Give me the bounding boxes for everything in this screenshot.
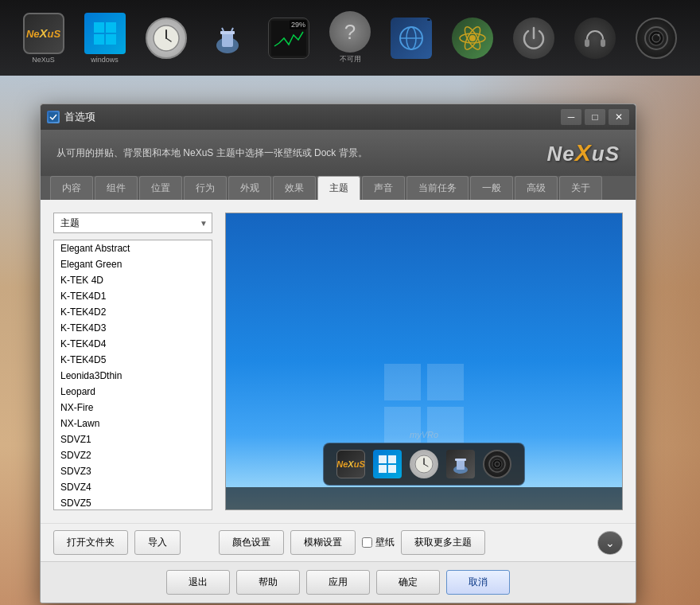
tab-appearance[interactable]: 外观 [228,176,271,200]
list-item[interactable]: SDVZ3 [54,463,212,479]
preferences-dialog: 首选项 ─ □ ✕ 从可用的拼贴、背景图和本地 NeXuS 主题中选择一张壁纸或… [40,103,636,603]
list-item[interactable]: Elegant Green [54,256,212,272]
nexus-logo: NeXuS [547,139,620,166]
minimize-button[interactable]: ─ [561,109,581,125]
dialog-tabs: 内容 组件 位置 行为 外观 效果 主题 声音 当前任务 一般 高级 关于 [41,176,636,200]
preview-taskbar [226,487,622,509]
tab-content[interactable]: 内容 [50,176,93,200]
svg-rect-32 [388,455,396,463]
svg-rect-40 [455,459,466,461]
dock-label-nexus: NeXuS [32,56,55,64]
maximize-button[interactable]: □ [585,109,605,125]
list-item[interactable]: NX-Lawn [54,416,212,431]
tab-position[interactable]: 位置 [139,176,182,200]
list-item[interactable]: K-TEK4D4 [54,336,212,352]
svg-rect-20 [585,39,589,47]
svg-rect-26 [49,112,58,122]
cancel-button[interactable]: 取消 [446,570,510,595]
theme-dropdown[interactable]: 主题 [53,213,212,233]
list-item[interactable]: NX-Fire [54,400,212,416]
nexus-dock-icon: NeXuS [23,13,64,54]
preview-dock-clock [410,450,438,478]
tab-behavior[interactable]: 行为 [184,176,227,200]
apply-button[interactable]: 应用 [306,570,370,595]
cpu-monitor-icon: 29% [268,18,309,59]
svg-rect-34 [388,465,396,473]
list-item[interactable]: Leonida3Dthin [54,368,212,384]
list-item[interactable]: SDVZ5 [54,495,212,510]
ok-button[interactable]: 确定 [376,570,440,595]
svg-rect-3 [106,34,116,45]
svg-rect-28 [427,364,464,400]
blur-settings-button[interactable]: 模糊设置 [290,530,356,555]
dock-item-nexus[interactable]: NeXuS NeXuS [16,10,71,66]
tab-advanced[interactable]: 高级 [515,176,558,200]
list-item[interactable]: Elegant Abstract [54,240,212,256]
preview-nexus-watermark: myVRo [410,430,438,439]
svg-rect-2 [94,34,104,45]
dock-item-question[interactable]: ? 不可用 [322,10,377,66]
tab-component[interactable]: 组件 [95,176,138,200]
svg-line-11 [231,28,233,31]
list-item[interactable]: K-TEK4D5 [54,352,212,368]
help-button[interactable]: 帮助 [236,570,300,595]
dock-item-recycle[interactable] [200,10,255,66]
dock-item-headphone[interactable] [568,10,623,66]
open-folder-button[interactable]: 打开文件夹 [53,530,128,555]
theme-left-panel: 主题 ▼ Elegant Abstract Elegant Green K-TE… [53,213,212,510]
svg-rect-33 [379,465,387,473]
wallpaper-label[interactable]: 壁纸 [375,536,395,549]
svg-rect-8 [222,33,233,47]
wallpaper-checkbox-wrapper: 壁纸 [362,536,395,549]
dock-label-windows: windows [91,56,119,64]
more-options-button[interactable]: ⌄ [597,531,623,555]
wallpaper-checkbox[interactable] [362,537,372,548]
tab-current-task[interactable]: 当前任务 [406,176,469,200]
theme-list[interactable]: Elegant Abstract Elegant Green K-TEK 4D … [53,240,212,510]
dock-item-network[interactable] [384,10,439,66]
list-item[interactable]: SDVZ1 [54,431,212,447]
list-item[interactable]: K-TEK4D1 [54,288,212,304]
dialog-body: 主题 ▼ Elegant Abstract Elegant Green K-TE… [41,200,636,523]
list-item[interactable]: K-TEK 4D [54,272,212,288]
tab-theme[interactable]: 主题 [317,176,360,200]
svg-rect-31 [379,455,387,463]
theme-preview-panel: ⊞ Winstep Software Technologies [225,213,623,510]
dock-item-atom[interactable] [445,10,500,66]
list-item[interactable]: SDVZ2 [54,447,212,463]
dialog-controls: ─ □ ✕ [561,109,629,125]
color-settings-button[interactable]: 颜色设置 [219,530,284,555]
svg-rect-9 [220,31,235,34]
tab-general[interactable]: 一般 [470,176,513,200]
recycle-icon [207,18,248,59]
svg-point-16 [469,35,476,41]
clock-icon [146,18,187,59]
get-more-themes-button[interactable]: 获取更多主题 [401,530,485,555]
theme-preview-area: ⊞ Winstep Software Technologies [225,213,623,510]
close-button[interactable]: ✕ [609,109,629,125]
svg-rect-21 [601,39,605,47]
question-icon: ? [329,11,371,53]
tab-about[interactable]: 关于 [559,176,602,200]
tab-sound[interactable]: 声音 [362,176,405,200]
list-item[interactable]: K-TEK4D3 [54,320,212,336]
dialog-titlebar: 首选项 ─ □ ✕ [41,104,636,130]
svg-rect-27 [384,364,421,400]
dock-item-power[interactable] [507,10,562,66]
dialog-actions: 打开文件夹 导入 颜色设置 模糊设置 壁纸 获取更多主题 ⌄ [41,523,636,561]
dock-item-cpu[interactable]: 29% [261,10,316,66]
exit-button[interactable]: 退出 [166,570,230,595]
list-item[interactable]: SDVZ4 [54,479,212,495]
preview-dock: NeXuS [323,443,525,486]
svg-point-43 [495,462,500,466]
theme-dropdown-wrapper: 主题 ▼ [53,213,212,233]
list-item[interactable]: K-TEK4D2 [54,304,212,320]
dock-item-clock[interactable] [138,10,193,66]
list-item[interactable]: Leopard [54,384,212,400]
import-button[interactable]: 导入 [134,530,181,555]
dock-item-windows[interactable]: windows [77,10,132,66]
tab-effect[interactable]: 效果 [273,176,316,200]
svg-line-10 [222,28,224,31]
dock-item-camera[interactable] [629,10,684,66]
network-icon [391,18,432,59]
